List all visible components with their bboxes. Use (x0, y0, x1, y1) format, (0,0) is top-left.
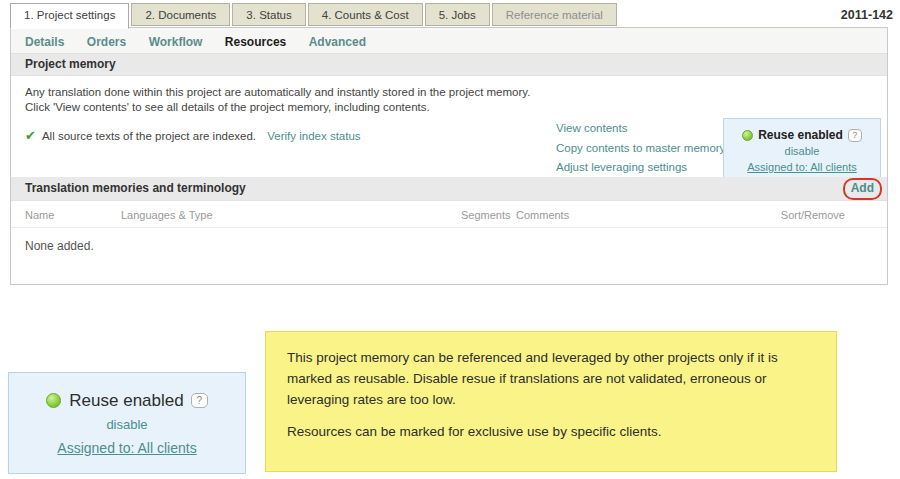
subnav-item-orders[interactable]: Orders (87, 35, 126, 49)
explanation-note: This project memory can be referenced an… (265, 331, 837, 472)
memory-action-links: View contents Copy contents to master me… (556, 119, 725, 178)
column-header-languages-type: Languages & Type (121, 209, 213, 221)
project-memory-content: Any translation done within this project… (11, 85, 887, 177)
column-header-name: Name (25, 209, 54, 221)
project-code: 2011-142 (841, 8, 893, 22)
subnav-item-details[interactable]: Details (25, 35, 64, 49)
tab-status[interactable]: 3. Status (232, 3, 305, 26)
reuse-status-box-magnified: Reuse enabled? disable Assigned to: All … (8, 372, 246, 474)
subnav-item-advanced[interactable]: Advanced (309, 35, 366, 49)
empty-table-message: None added. (11, 228, 887, 253)
project-memory-description: Any translation done within this project… (25, 85, 565, 115)
add-button[interactable]: Add (851, 181, 874, 195)
tab-project-settings[interactable]: 1. Project settings (10, 3, 129, 29)
help-icon[interactable]: ? (848, 129, 862, 142)
table-header-row: Name Languages & Type Segments Comments … (11, 201, 887, 228)
index-status-text: All source texts of the project are inde… (42, 130, 256, 142)
tab-jobs[interactable]: 5. Jobs (425, 3, 490, 26)
main-panel: Details Orders Workflow Resources Advanc… (10, 27, 888, 285)
help-icon[interactable]: ? (191, 393, 208, 408)
tab-reference-material[interactable]: Reference material (492, 3, 617, 26)
subnav-item-resources[interactable]: Resources (225, 35, 286, 49)
translation-memories-title: Translation memories and terminology (25, 181, 246, 195)
column-header-segments: Segments (461, 209, 511, 221)
disable-reuse-link[interactable]: disable (785, 145, 820, 157)
note-paragraph-1: This project memory can be referenced an… (287, 347, 816, 410)
section-header-translation-memories: Translation memories and terminology Add (11, 177, 887, 201)
column-header-comments: Comments (516, 209, 569, 221)
status-green-dot-icon (46, 393, 61, 408)
view-contents-link[interactable]: View contents (556, 122, 627, 134)
note-paragraph-2: Resources can be marked for exclusive us… (287, 421, 816, 442)
tab-bar: 1. Project settings2. Documents3. Status… (10, 3, 619, 26)
page: 1. Project settings2. Documents3. Status… (0, 0, 900, 479)
adjust-leveraging-link[interactable]: Adjust leveraging settings (556, 161, 687, 173)
subnav: Details Orders Workflow Resources Advanc… (11, 28, 887, 54)
verify-index-status-link[interactable]: Verify index status (267, 130, 360, 142)
subnav-item-workflow[interactable]: Workflow (149, 35, 203, 49)
section-header-project-memory: Project memory (11, 54, 887, 76)
tab-counts-cost[interactable]: 4. Counts & Cost (308, 3, 423, 26)
reuse-status-box: Reuse enabled? disable Assigned to: All … (723, 118, 881, 182)
tab-documents[interactable]: 2. Documents (131, 3, 230, 26)
copy-contents-link[interactable]: Copy contents to master memory (556, 142, 725, 154)
assigned-to-link[interactable]: Assigned to: All clients (747, 161, 856, 173)
status-green-dot-icon (742, 130, 753, 141)
assigned-to-link[interactable]: Assigned to: All clients (57, 440, 196, 456)
reuse-status-label: Reuse enabled (69, 391, 183, 410)
check-icon: ✔ (25, 128, 36, 143)
column-header-sort-remove: Sort/Remove (781, 209, 845, 221)
disable-reuse-link[interactable]: disable (106, 417, 147, 432)
reuse-status-label: Reuse enabled (758, 128, 843, 142)
add-button-highlight: Add (843, 178, 882, 200)
